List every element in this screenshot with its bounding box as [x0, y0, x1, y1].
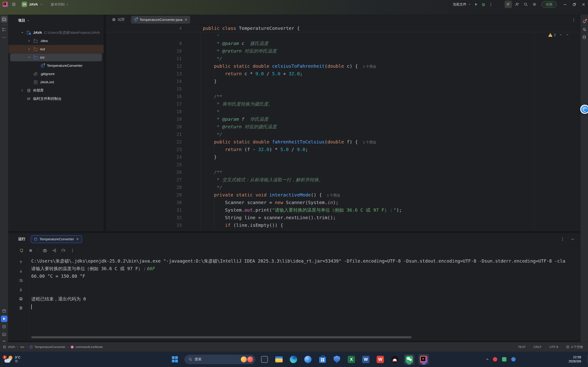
chevron-icon[interactable] — [27, 47, 31, 51]
show-desktop-sliver[interactable] — [587, 355, 588, 364]
taskbar-app-excel[interactable]: X — [346, 354, 357, 365]
tree-item-java[interactable]: JAVAC:\Users\朱彦硕\IdeaProjects\JAVA — [9, 28, 104, 37]
settings-button[interactable] — [531, 1, 538, 8]
run-tab-temperatureconverter[interactable]: TemperatureConverter ✕ — [31, 235, 82, 243]
debug-button[interactable] — [480, 1, 487, 8]
commit-stripe-button[interactable] — [1, 26, 7, 33]
database-tool-button[interactable] — [581, 34, 588, 40]
more-tool-windows-button[interactable] — [1, 34, 7, 41]
tray-overflow-icon[interactable] — [485, 357, 489, 361]
weather-widget[interactable]: 1 9°C 雨 — [2, 352, 22, 367]
down-stack-icon[interactable] — [19, 269, 23, 273]
memory-snapshot-icon[interactable] — [43, 248, 47, 253]
tree-item-src[interactable]: src — [9, 53, 104, 61]
taskbar-app-security[interactable] — [332, 354, 342, 365]
taskbar-app-wechat[interactable] — [404, 354, 415, 365]
soft-wrap-icon[interactable] — [19, 278, 23, 283]
next-problem-icon[interactable] — [566, 33, 569, 36]
stop-icon[interactable] — [28, 248, 33, 253]
vcs-widget[interactable]: 版本控制 — [51, 2, 69, 7]
run-stripe-button[interactable] — [1, 316, 7, 322]
chevron-icon[interactable] — [27, 56, 31, 59]
main-menu-button[interactable] — [10, 1, 17, 8]
tree-item-out[interactable]: out — [9, 45, 104, 53]
close-tab-icon[interactable]: ✕ — [184, 18, 188, 21]
breadcrumb-src[interactable]: src — [20, 345, 24, 349]
caret-position[interactable]: 76:57 — [518, 345, 526, 349]
code-with-me-button[interactable] — [513, 1, 521, 8]
scroll-to-end-icon[interactable] — [19, 288, 23, 292]
start-button[interactable] — [170, 354, 181, 365]
project-widget[interactable]: JA JAVA — [22, 2, 43, 7]
taskbar-app-word[interactable]: W — [361, 354, 371, 365]
tray-blue-icon[interactable] — [511, 357, 516, 361]
terminal-stripe-button[interactable] — [1, 331, 7, 338]
ai-assistant-button[interactable] — [505, 1, 512, 8]
line-separator[interactable]: CRLF — [534, 345, 542, 349]
tree-item--[interactable]: 临时文件和控制台 — [9, 95, 104, 103]
profiler-icon[interactable] — [61, 248, 66, 253]
run-options-icon[interactable] — [561, 237, 565, 241]
ai-assistant-tool-button[interactable] — [581, 26, 588, 33]
taskbar-app-qq[interactable] — [389, 354, 400, 365]
hide-panel-icon[interactable] — [571, 237, 575, 241]
editor-options-button[interactable] — [570, 16, 577, 23]
project-stripe-button[interactable] — [1, 16, 7, 23]
tree-item-temperatureconverter[interactable]: CTemperatureConverter — [9, 61, 104, 70]
attach-profiler-icon[interactable] — [52, 248, 56, 253]
chevron-icon[interactable] — [27, 39, 31, 43]
tab-trial[interactable]: 试用 — [109, 17, 128, 22]
notifications-button[interactable] — [581, 18, 588, 25]
indent-setting[interactable]: 4 个空格 — [566, 345, 583, 349]
breadcrumb-commandlinemode[interactable]: mcommandLineMode — [70, 345, 103, 349]
close-button[interactable] — [579, 1, 588, 8]
restore-button[interactable] — [570, 1, 579, 8]
tab-temperatureconverter-java[interactable]: C TemperatureConverter.java ✕ — [131, 16, 190, 24]
run-button[interactable] — [472, 1, 480, 8]
clear-console-icon[interactable] — [19, 306, 23, 310]
breadcrumb-temperatureconverter[interactable]: CTemperatureConverter — [30, 345, 66, 349]
close-run-tab-icon[interactable]: ✕ — [76, 237, 79, 241]
code-text: */ — [182, 131, 222, 138]
tray-green-icon[interactable] — [502, 357, 506, 361]
file-encoding[interactable]: UTF-8 — [549, 345, 558, 349]
taskbar-app-ms-store[interactable] — [317, 354, 328, 365]
ai-floating-button[interactable] — [580, 105, 588, 114]
horizontal-scrollbar[interactable] — [31, 336, 412, 338]
chevron-icon[interactable] — [20, 31, 24, 34]
project-panel-header[interactable]: 项目 — [9, 15, 104, 25]
tree-item--[interactable]: 外部库 — [9, 86, 104, 95]
up-stack-icon[interactable] — [19, 260, 23, 264]
tree-item--gitignore[interactable]: .gitignore — [9, 70, 104, 78]
taskbar-app-intellij-idea[interactable] — [418, 354, 429, 365]
taskbar-app-edge[interactable] — [288, 354, 299, 365]
breadcrumb-java[interactable]: JAVA — [3, 345, 15, 349]
inspections-widget[interactable]: 2 — [548, 33, 569, 37]
prev-problem-icon[interactable] — [559, 33, 562, 36]
usages-hint[interactable]: 1 个用法 — [361, 140, 376, 144]
taskbar-app-wps[interactable]: W — [375, 354, 386, 365]
taskbar-app-browser[interactable] — [303, 354, 313, 365]
toolbar-more-icon[interactable] — [70, 248, 75, 253]
tray-red-icon[interactable] — [493, 357, 497, 361]
print-icon[interactable] — [19, 297, 23, 301]
chevron-icon[interactable] — [20, 89, 24, 92]
taskbar-search[interactable]: 搜索 — [184, 355, 255, 364]
console-output[interactable]: C:\Users\朱彦硕\.jdks\openjdk-25.0.2\bin\ja… — [31, 257, 578, 334]
tree-item-java-iml[interactable]: JAVA.iml — [9, 78, 104, 86]
taskbar-app-file-explorer[interactable] — [274, 354, 284, 365]
code-editor[interactable]: 4public class TemperatureConverter { *9 … — [106, 25, 580, 231]
usages-hint[interactable]: 1 个用法 — [325, 193, 340, 197]
usages-hint[interactable]: 1 个用法 — [361, 65, 376, 68]
minimize-button[interactable] — [561, 1, 570, 8]
services-stripe-button[interactable] — [1, 323, 7, 330]
taskbar-clock[interactable]: 22:09 2026/3/8 — [569, 355, 581, 363]
rerun-icon[interactable] — [19, 248, 24, 253]
build-stripe-button[interactable] — [1, 308, 7, 314]
run-config-widget[interactable]: 当前文件 — [453, 2, 471, 7]
tree-item--idea[interactable]: .idea — [9, 37, 104, 45]
taskbar-app-app-window[interactable] — [259, 354, 270, 365]
search-everywhere-button[interactable] — [522, 1, 529, 8]
trial-button[interactable]: 试用 — [541, 1, 557, 8]
more-run-options-button[interactable] — [487, 1, 494, 8]
